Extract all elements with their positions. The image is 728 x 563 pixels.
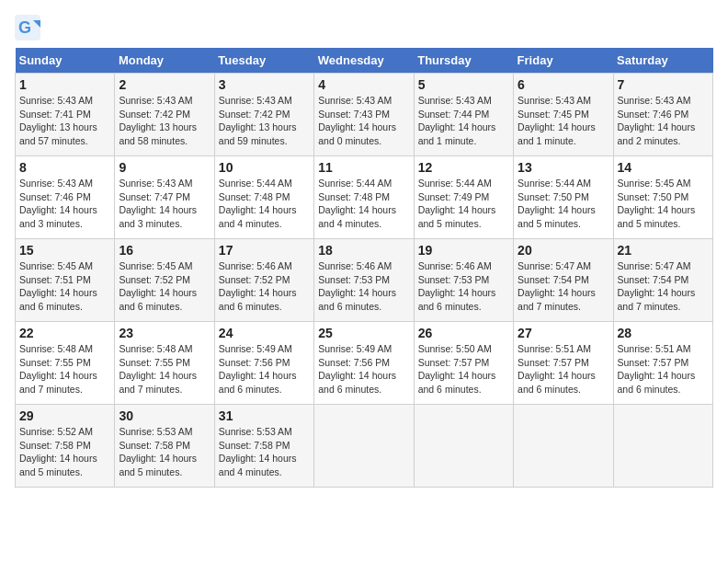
day-header-tuesday: Tuesday	[214, 48, 313, 74]
calendar-cell: 4Sunrise: 5:43 AM Sunset: 7:43 PM Daylig…	[314, 74, 414, 156]
cell-content: Sunrise: 5:47 AM Sunset: 7:54 PM Dayligh…	[618, 259, 709, 314]
calendar-cell: 30Sunrise: 5:53 AM Sunset: 7:58 PM Dayli…	[115, 405, 214, 488]
day-number: 25	[318, 326, 409, 340]
day-header-friday: Friday	[514, 48, 613, 74]
calendar-cell: 22Sunrise: 5:48 AM Sunset: 7:55 PM Dayli…	[16, 322, 115, 405]
svg-text:G: G	[18, 18, 31, 37]
calendar-cell: 8Sunrise: 5:43 AM Sunset: 7:46 PM Daylig…	[16, 156, 115, 239]
calendar-table: SundayMondayTuesdayWednesdayThursdayFrid…	[15, 48, 713, 488]
cell-content: Sunrise: 5:46 AM Sunset: 7:52 PM Dayligh…	[219, 259, 310, 314]
day-number: 26	[418, 326, 509, 340]
cell-content: Sunrise: 5:44 AM Sunset: 7:48 PM Dayligh…	[318, 177, 409, 231]
day-header-monday: Monday	[115, 48, 214, 74]
cell-content: Sunrise: 5:50 AM Sunset: 7:57 PM Dayligh…	[418, 342, 509, 396]
day-number: 19	[418, 243, 509, 258]
day-number: 2	[119, 77, 210, 92]
day-number: 24	[219, 326, 310, 340]
cell-content: Sunrise: 5:49 AM Sunset: 7:56 PM Dayligh…	[318, 342, 409, 396]
calendar-cell: 21Sunrise: 5:47 AM Sunset: 7:54 PM Dayli…	[613, 239, 712, 322]
day-number: 5	[418, 77, 509, 92]
calendar-cell: 24Sunrise: 5:49 AM Sunset: 7:56 PM Dayli…	[214, 322, 313, 405]
cell-content: Sunrise: 5:51 AM Sunset: 7:57 PM Dayligh…	[518, 342, 609, 396]
day-number: 31	[219, 408, 310, 423]
calendar-week-5: 29Sunrise: 5:52 AM Sunset: 7:58 PM Dayli…	[16, 405, 713, 488]
calendar-cell: 14Sunrise: 5:45 AM Sunset: 7:50 PM Dayli…	[613, 156, 712, 239]
cell-content: Sunrise: 5:53 AM Sunset: 7:58 PM Dayligh…	[219, 425, 310, 479]
day-number: 8	[19, 160, 110, 175]
day-number: 16	[119, 243, 210, 258]
calendar-cell: 17Sunrise: 5:46 AM Sunset: 7:52 PM Dayli…	[214, 239, 313, 322]
calendar-cell: 12Sunrise: 5:44 AM Sunset: 7:49 PM Dayli…	[414, 156, 513, 239]
calendar-cell: 31Sunrise: 5:53 AM Sunset: 7:58 PM Dayli…	[214, 405, 313, 488]
day-number: 20	[518, 243, 609, 258]
day-number: 14	[618, 160, 709, 175]
calendar-cell	[414, 405, 513, 488]
logo: G	[15, 15, 44, 40]
calendar-cell: 10Sunrise: 5:44 AM Sunset: 7:48 PM Dayli…	[214, 156, 313, 239]
cell-content: Sunrise: 5:45 AM Sunset: 7:51 PM Dayligh…	[19, 259, 110, 314]
day-number: 12	[418, 160, 509, 175]
day-number: 28	[618, 326, 709, 340]
day-header-thursday: Thursday	[414, 48, 513, 74]
day-number: 22	[19, 326, 110, 340]
calendar-week-2: 8Sunrise: 5:43 AM Sunset: 7:46 PM Daylig…	[16, 156, 713, 239]
calendar-cell: 19Sunrise: 5:46 AM Sunset: 7:53 PM Dayli…	[414, 239, 513, 322]
cell-content: Sunrise: 5:46 AM Sunset: 7:53 PM Dayligh…	[418, 259, 509, 314]
cell-content: Sunrise: 5:45 AM Sunset: 7:52 PM Dayligh…	[119, 259, 210, 314]
day-number: 4	[318, 77, 409, 92]
cell-content: Sunrise: 5:48 AM Sunset: 7:55 PM Dayligh…	[119, 342, 210, 396]
cell-content: Sunrise: 5:53 AM Sunset: 7:58 PM Dayligh…	[119, 425, 210, 479]
day-number: 17	[219, 243, 310, 258]
calendar-cell: 25Sunrise: 5:49 AM Sunset: 7:56 PM Dayli…	[314, 322, 414, 405]
cell-content: Sunrise: 5:48 AM Sunset: 7:55 PM Dayligh…	[19, 342, 110, 396]
cell-content: Sunrise: 5:43 AM Sunset: 7:45 PM Dayligh…	[518, 94, 609, 148]
cell-content: Sunrise: 5:43 AM Sunset: 7:43 PM Dayligh…	[318, 94, 409, 148]
calendar-cell: 16Sunrise: 5:45 AM Sunset: 7:52 PM Dayli…	[115, 239, 214, 322]
calendar-cell: 28Sunrise: 5:51 AM Sunset: 7:57 PM Dayli…	[613, 322, 712, 405]
cell-content: Sunrise: 5:44 AM Sunset: 7:48 PM Dayligh…	[219, 177, 310, 231]
calendar-cell: 27Sunrise: 5:51 AM Sunset: 7:57 PM Dayli…	[514, 322, 613, 405]
calendar-cell: 29Sunrise: 5:52 AM Sunset: 7:58 PM Dayli…	[16, 405, 115, 488]
cell-content: Sunrise: 5:52 AM Sunset: 7:58 PM Dayligh…	[19, 425, 110, 479]
day-number: 9	[119, 160, 210, 175]
calendar-cell: 5Sunrise: 5:43 AM Sunset: 7:44 PM Daylig…	[414, 74, 513, 156]
page-header: G	[15, 15, 713, 40]
cell-content: Sunrise: 5:44 AM Sunset: 7:49 PM Dayligh…	[418, 177, 509, 231]
day-number: 11	[318, 160, 409, 175]
day-header-saturday: Saturday	[613, 48, 712, 74]
day-header-sunday: Sunday	[16, 48, 115, 74]
calendar-cell: 1Sunrise: 5:43 AM Sunset: 7:41 PM Daylig…	[16, 74, 115, 156]
cell-content: Sunrise: 5:43 AM Sunset: 7:42 PM Dayligh…	[119, 94, 210, 148]
cell-content: Sunrise: 5:49 AM Sunset: 7:56 PM Dayligh…	[219, 342, 310, 396]
calendar-cell: 26Sunrise: 5:50 AM Sunset: 7:57 PM Dayli…	[414, 322, 513, 405]
calendar-cell: 18Sunrise: 5:46 AM Sunset: 7:53 PM Dayli…	[314, 239, 414, 322]
calendar-cell: 7Sunrise: 5:43 AM Sunset: 7:46 PM Daylig…	[613, 74, 712, 156]
day-number: 7	[618, 77, 709, 92]
cell-content: Sunrise: 5:43 AM Sunset: 7:41 PM Dayligh…	[19, 94, 110, 148]
days-header-row: SundayMondayTuesdayWednesdayThursdayFrid…	[16, 48, 713, 74]
calendar-cell: 20Sunrise: 5:47 AM Sunset: 7:54 PM Dayli…	[514, 239, 613, 322]
cell-content: Sunrise: 5:43 AM Sunset: 7:47 PM Dayligh…	[119, 177, 210, 231]
day-number: 6	[518, 77, 609, 92]
calendar-week-3: 15Sunrise: 5:45 AM Sunset: 7:51 PM Dayli…	[16, 239, 713, 322]
calendar-week-1: 1Sunrise: 5:43 AM Sunset: 7:41 PM Daylig…	[16, 74, 713, 156]
calendar-cell: 11Sunrise: 5:44 AM Sunset: 7:48 PM Dayli…	[314, 156, 414, 239]
calendar-cell	[613, 405, 712, 488]
cell-content: Sunrise: 5:43 AM Sunset: 7:44 PM Dayligh…	[418, 94, 509, 148]
cell-content: Sunrise: 5:43 AM Sunset: 7:46 PM Dayligh…	[19, 177, 110, 231]
calendar-cell: 6Sunrise: 5:43 AM Sunset: 7:45 PM Daylig…	[514, 74, 613, 156]
day-number: 13	[518, 160, 609, 175]
cell-content: Sunrise: 5:43 AM Sunset: 7:42 PM Dayligh…	[219, 94, 310, 148]
calendar-cell	[314, 405, 414, 488]
day-number: 18	[318, 243, 409, 258]
day-number: 10	[219, 160, 310, 175]
calendar-cell: 13Sunrise: 5:44 AM Sunset: 7:50 PM Dayli…	[514, 156, 613, 239]
calendar-cell: 23Sunrise: 5:48 AM Sunset: 7:55 PM Dayli…	[115, 322, 214, 405]
calendar-cell: 3Sunrise: 5:43 AM Sunset: 7:42 PM Daylig…	[214, 74, 313, 156]
day-number: 29	[19, 408, 110, 423]
cell-content: Sunrise: 5:47 AM Sunset: 7:54 PM Dayligh…	[518, 259, 609, 314]
calendar-cell	[514, 405, 613, 488]
logo-icon: G	[15, 15, 40, 40]
cell-content: Sunrise: 5:46 AM Sunset: 7:53 PM Dayligh…	[318, 259, 409, 314]
day-number: 1	[19, 77, 110, 92]
